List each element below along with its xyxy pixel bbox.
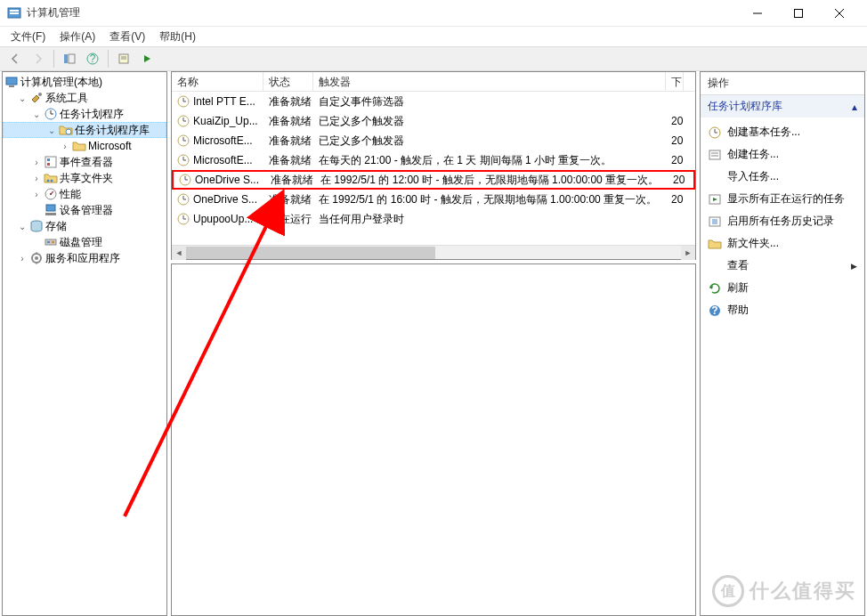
actions-subheader: 任务计划程序库 ▴ xyxy=(701,95,864,118)
action-item[interactable]: 查看▶ xyxy=(701,255,864,277)
cell-next: 20 xyxy=(668,172,685,188)
action-label: 创建基本任务... xyxy=(727,125,800,140)
maximize-button[interactable] xyxy=(778,0,819,27)
table-row[interactable]: OneDrive S...准备就绪在 1992/5/1 的 16:00 时 - … xyxy=(172,190,695,209)
svg-point-21 xyxy=(66,129,71,134)
header-status[interactable]: 状态 xyxy=(263,72,313,91)
tree-storage[interactable]: ⌄ 存储 xyxy=(3,218,166,234)
svg-point-36 xyxy=(35,256,38,260)
sidebar-toggle-button[interactable] xyxy=(60,49,79,69)
close-button[interactable] xyxy=(819,0,860,27)
tree-system-tools[interactable]: ⌄ 系统工具 xyxy=(3,90,166,106)
collapse-icon[interactable]: ▴ xyxy=(852,101,857,113)
cell-trigger: 已定义多个触发器 xyxy=(313,112,666,131)
task-icon xyxy=(179,174,191,186)
menu-file[interactable]: 文件(F) xyxy=(4,28,53,46)
menu-view[interactable]: 查看(V) xyxy=(102,28,152,46)
chevron-down-icon[interactable]: ⌄ xyxy=(15,222,29,231)
horizontal-scrollbar[interactable]: ◄ ► xyxy=(172,245,695,259)
chevron-right-icon: ▶ xyxy=(851,262,857,271)
cell-trigger: 自定义事件筛选器 xyxy=(313,93,666,111)
app-icon xyxy=(7,6,21,20)
list-body[interactable]: Intel PTT E...准备就绪自定义事件筛选器KuaiZip_Up...准… xyxy=(172,92,695,245)
folder-clock-icon xyxy=(59,123,73,137)
folder-icon xyxy=(708,237,722,251)
action-item[interactable]: 创建基本任务... xyxy=(701,121,864,143)
tree-shared-folders[interactable]: › 共享文件夹 xyxy=(3,170,166,186)
cell-next xyxy=(666,217,684,221)
task-icon xyxy=(177,213,190,225)
action-label: 导入任务... xyxy=(727,169,779,184)
svg-rect-23 xyxy=(47,158,50,161)
menu-help[interactable]: 帮助(H) xyxy=(152,28,203,46)
chevron-down-icon[interactable]: ⌄ xyxy=(45,126,59,135)
scroll-track[interactable] xyxy=(186,246,681,259)
tree-task-scheduler[interactable]: ⌄ 任务计划程序 xyxy=(3,106,166,122)
action-item[interactable]: ?帮助 xyxy=(701,299,864,321)
chevron-right-icon[interactable]: › xyxy=(15,254,29,263)
tree-label: Microsoft xyxy=(88,140,132,152)
tree-disk-management[interactable]: › 磁盘管理 xyxy=(3,234,166,250)
cell-next: 20 xyxy=(666,113,684,129)
action-item[interactable]: 刷新 xyxy=(701,277,864,299)
tree-panel[interactable]: 计算机管理(本地) ⌄ 系统工具 ⌄ 任务计划程序 ⌄ 任务计划程序库 › Mi… xyxy=(2,71,167,616)
header-next[interactable]: 下 xyxy=(666,72,684,91)
cell-name: MicrosoftE... xyxy=(172,152,263,168)
forward-button[interactable] xyxy=(28,49,48,69)
chevron-right-icon[interactable]: › xyxy=(29,190,44,199)
task-create-icon xyxy=(708,148,722,162)
chevron-down-icon[interactable]: ⌄ xyxy=(29,109,44,119)
task-icon xyxy=(177,115,190,127)
table-row[interactable]: OneDrive S...准备就绪在 1992/5/1 的 12:00 时 - … xyxy=(172,170,695,190)
menu-action[interactable]: 操作(A) xyxy=(53,28,102,46)
action-label: 查看 xyxy=(727,258,749,273)
tree-device-manager[interactable]: › 设备管理器 xyxy=(3,202,166,218)
action-item[interactable]: 启用所有任务历史记录 xyxy=(701,210,864,232)
cell-status: 准备就绪 xyxy=(263,190,313,209)
tree-microsoft[interactable]: › Microsoft xyxy=(3,138,166,154)
tree-task-scheduler-lib[interactable]: ⌄ 任务计划程序库 xyxy=(3,122,166,138)
table-row[interactable]: KuaiZip_Up...准备就绪已定义多个触发器20 xyxy=(172,111,695,131)
tree-event-viewer[interactable]: › 事件查看器 xyxy=(3,154,166,170)
shared-folder-icon xyxy=(44,171,58,185)
table-row[interactable]: UpupooUp...正在运行当任何用户登录时 xyxy=(172,209,695,229)
chevron-right-icon[interactable]: › xyxy=(29,158,44,167)
properties-button[interactable] xyxy=(114,49,134,69)
scroll-right-icon[interactable]: ► xyxy=(681,246,695,260)
cell-name: Intel PTT E... xyxy=(172,93,263,109)
chevron-down-icon[interactable]: ⌄ xyxy=(15,93,29,103)
action-item[interactable]: 导入任务... xyxy=(701,166,864,188)
action-item[interactable]: 新文件夹... xyxy=(701,232,864,255)
action-label: 启用所有任务历史记录 xyxy=(727,214,834,229)
tree-label: 性能 xyxy=(60,187,81,202)
task-icon xyxy=(177,154,190,166)
run-button[interactable] xyxy=(137,49,157,69)
scroll-left-icon[interactable]: ◄ xyxy=(172,246,186,260)
table-row[interactable]: Intel PTT E...准备就绪自定义事件筛选器 xyxy=(172,92,695,111)
chevron-right-icon[interactable]: › xyxy=(58,142,72,151)
svg-rect-16 xyxy=(9,85,14,87)
task-icon xyxy=(177,134,190,147)
tree-performance[interactable]: › 性能 xyxy=(3,186,166,202)
actions-header: 操作 xyxy=(701,72,864,95)
table-row[interactable]: MicrosoftE...准备就绪已定义多个触发器20 xyxy=(172,131,695,150)
svg-rect-32 xyxy=(45,239,56,245)
cell-name: UpupooUp... xyxy=(172,211,263,227)
scroll-thumb[interactable] xyxy=(186,247,435,259)
table-row[interactable]: MicrosoftE...准备就绪在每天的 21:00 - 触发后，在 1 天 … xyxy=(172,150,695,170)
back-button[interactable] xyxy=(5,49,25,69)
header-trigger[interactable]: 触发器 xyxy=(313,72,666,91)
tree-services-apps[interactable]: › 服务和应用程序 xyxy=(3,250,166,266)
chevron-right-icon[interactable]: › xyxy=(29,174,44,183)
action-item[interactable]: 创建任务... xyxy=(701,143,864,166)
tree-label: 存储 xyxy=(45,219,67,234)
cell-trigger: 在 1992/5/1 的 12:00 时 - 触发后，无限期地每隔 1.00:0… xyxy=(315,171,668,190)
tree-root[interactable]: 计算机管理(本地) xyxy=(3,74,166,90)
minimize-button[interactable] xyxy=(737,0,778,27)
window-controls xyxy=(737,0,860,27)
computer-icon xyxy=(4,75,19,89)
cell-status: 准备就绪 xyxy=(265,171,315,190)
help-button[interactable]: ? xyxy=(83,49,102,69)
action-item[interactable]: 显示所有正在运行的任务 xyxy=(701,188,864,210)
header-name[interactable]: 名称 xyxy=(172,72,263,91)
